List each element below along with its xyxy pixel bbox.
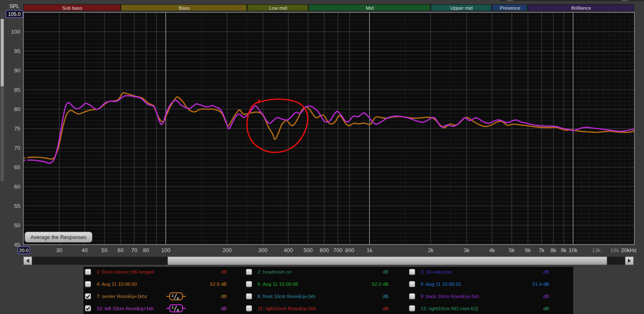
svg-text:12: right10cm NO roon EQ: 12: right10cm NO roon EQ bbox=[421, 306, 478, 311]
svg-text:51.4 dB: 51.4 dB bbox=[532, 282, 549, 287]
svg-text:10: left 10cm RoonEq+1kh: 10: left 10cm RoonEq+1kh bbox=[97, 306, 154, 311]
svg-text:700: 700 bbox=[333, 247, 343, 253]
svg-text:8k: 8k bbox=[550, 247, 556, 253]
svg-text:Brilliance: Brilliance bbox=[572, 5, 591, 11]
svg-text:dB: dB bbox=[543, 269, 549, 274]
svg-text:600: 600 bbox=[319, 247, 329, 253]
svg-text:4k: 4k bbox=[489, 247, 495, 253]
svg-text:1: 1 bbox=[172, 293, 174, 298]
svg-text:55: 55 bbox=[14, 203, 20, 209]
svg-text:400: 400 bbox=[284, 247, 293, 253]
svg-text:Mid: Mid bbox=[366, 5, 374, 11]
svg-text:1: Roon trinnoc f36 longwil: 1: Roon trinnoc f36 longwil bbox=[97, 269, 154, 274]
svg-text:2: headroom on: 2: headroom on bbox=[258, 269, 292, 274]
svg-text:70: 70 bbox=[14, 145, 20, 151]
svg-text:2k: 2k bbox=[428, 247, 434, 253]
svg-text:dB: dB bbox=[383, 294, 389, 299]
svg-text:30: 30 bbox=[56, 247, 62, 253]
svg-text:65: 65 bbox=[14, 164, 20, 170]
svg-text:6k: 6k bbox=[525, 247, 531, 253]
svg-text:9: back 10cm RoonEq+1kh: 9: back 10cm RoonEq+1kh bbox=[421, 294, 479, 299]
svg-text:10k: 10k bbox=[569, 247, 577, 253]
svg-text:8: front 10cm RoonEq+1kh: 8: front 10cm RoonEq+1kh bbox=[258, 294, 315, 299]
svg-text:6: Aug 11 10:09:15: 6: Aug 11 10:09:15 bbox=[421, 282, 461, 287]
svg-text:85: 85 bbox=[14, 87, 20, 93]
svg-text:60: 60 bbox=[14, 184, 20, 190]
svg-text:100: 100 bbox=[161, 247, 170, 253]
svg-text:Low mid: Low mid bbox=[269, 5, 287, 11]
svg-text:105.0: 105.0 bbox=[8, 11, 21, 17]
svg-text:20.0: 20.0 bbox=[19, 248, 28, 253]
svg-text:Average the Responses: Average the Responses bbox=[30, 234, 86, 240]
svg-text:20kHz: 20kHz bbox=[621, 247, 637, 253]
svg-text:50: 50 bbox=[14, 222, 20, 229]
svg-text:80: 80 bbox=[143, 247, 149, 253]
svg-text:1k: 1k bbox=[367, 247, 373, 253]
svg-text:16k: 16k bbox=[610, 247, 619, 253]
svg-text:7k: 7k bbox=[539, 247, 545, 253]
svg-text:800: 800 bbox=[345, 247, 354, 253]
svg-text:52.9 dB: 52.9 dB bbox=[210, 282, 227, 287]
svg-text:52.0 dB: 52.0 dB bbox=[372, 282, 389, 287]
svg-text:3k: 3k bbox=[464, 247, 470, 253]
svg-text:Upper mid: Upper mid bbox=[450, 5, 472, 11]
svg-text:9k: 9k bbox=[561, 247, 567, 253]
svg-text:200: 200 bbox=[223, 247, 232, 253]
svg-text:6: 6 bbox=[177, 296, 179, 301]
svg-text:dB: dB bbox=[383, 269, 389, 274]
svg-text:dB: dB bbox=[221, 306, 227, 311]
svg-text:70: 70 bbox=[131, 247, 137, 253]
svg-text:1: 1 bbox=[172, 305, 174, 309]
svg-text:13k: 13k bbox=[592, 247, 601, 253]
svg-text:dB: dB bbox=[383, 306, 389, 311]
svg-text:6: 6 bbox=[177, 308, 179, 312]
svg-text:95: 95 bbox=[14, 48, 20, 54]
svg-text:4: Aug 11 10:06:50: 4: Aug 11 10:06:50 bbox=[97, 282, 137, 287]
svg-text:dB: dB bbox=[221, 294, 227, 299]
svg-text:Sub bass: Sub bass bbox=[62, 5, 82, 11]
svg-text:75: 75 bbox=[14, 125, 20, 132]
svg-text:60: 60 bbox=[118, 247, 123, 253]
svg-text:40: 40 bbox=[82, 247, 88, 253]
svg-text:SPL: SPL bbox=[9, 3, 19, 9]
svg-text:11: right10cm RoonEq+1kh: 11: right10cm RoonEq+1kh bbox=[258, 306, 316, 311]
svg-text:5k: 5k bbox=[509, 247, 515, 253]
svg-text:7: senter RoonEq+1khz: 7: senter RoonEq+1khz bbox=[97, 294, 148, 299]
svg-text:100: 100 bbox=[11, 29, 20, 35]
svg-text:5: Aug 11 10:09:08: 5: Aug 11 10:09:08 bbox=[258, 282, 298, 287]
svg-text:90: 90 bbox=[14, 67, 20, 74]
svg-text:3: 1k> eq roon: 3: 1k> eq roon bbox=[421, 269, 452, 274]
svg-text:45: 45 bbox=[14, 242, 20, 248]
svg-text:500: 500 bbox=[303, 247, 313, 253]
svg-text:50: 50 bbox=[102, 247, 107, 253]
svg-text:300: 300 bbox=[258, 247, 268, 253]
svg-text:dB: dB bbox=[221, 269, 227, 274]
svg-text:dB: dB bbox=[543, 294, 549, 299]
svg-text:80: 80 bbox=[14, 106, 20, 112]
svg-text:Bass: Bass bbox=[179, 5, 190, 11]
svg-text:dB: dB bbox=[543, 306, 549, 311]
svg-text:Presence: Presence bbox=[500, 5, 521, 11]
